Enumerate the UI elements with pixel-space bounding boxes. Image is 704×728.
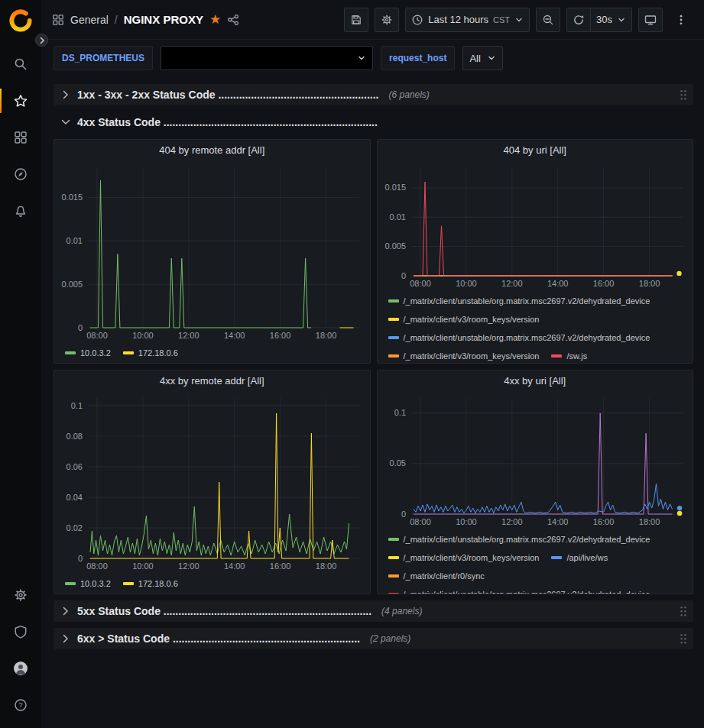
chevron-right-icon bbox=[60, 605, 72, 617]
legend-item[interactable]: 10.0.3.2 bbox=[65, 577, 111, 590]
legend-item[interactable]: /api/live/ws bbox=[551, 551, 608, 565]
svg-text:08:00: 08:00 bbox=[86, 561, 108, 571]
sidebar-item-profile[interactable] bbox=[0, 650, 41, 687]
svg-text:14:00: 14:00 bbox=[224, 561, 245, 571]
panel-title[interactable]: 404 by uri [All] bbox=[378, 140, 693, 160]
tv-mode-button[interactable] bbox=[638, 8, 663, 32]
legend-swatch bbox=[388, 556, 399, 559]
chart-canvas[interactable]: 08:0010:0012:0014:0016:0018:0000.050.1 bbox=[378, 390, 693, 528]
svg-text:08:00: 08:00 bbox=[410, 517, 431, 526]
legend-item[interactable]: /_matrix/client/v3/room_keys/version bbox=[388, 551, 540, 565]
legend-label: /sw.js bbox=[566, 349, 587, 363]
refresh-interval-dropdown[interactable]: 30s bbox=[591, 8, 632, 32]
sidebar-item-help[interactable]: ? bbox=[0, 687, 41, 723]
row-drag-handle[interactable] bbox=[680, 606, 687, 617]
search-icon bbox=[14, 57, 28, 71]
sidebar-item-server-admin[interactable] bbox=[0, 613, 41, 650]
row-title: 1xx - 3xx - 2xx Status Code ............… bbox=[77, 89, 378, 101]
sidebar-item-dashboards[interactable] bbox=[0, 119, 41, 156]
legend-swatch bbox=[65, 582, 76, 585]
refresh-button[interactable] bbox=[566, 8, 591, 32]
timezone-label: CST bbox=[493, 15, 510, 24]
chart-legend: /_matrix/client/unstable/org.matrix.msc2… bbox=[378, 290, 693, 363]
time-range-picker[interactable]: Last 12 hours CST bbox=[405, 8, 530, 32]
zoom-out-button[interactable] bbox=[536, 8, 560, 32]
drag-dots-icon bbox=[680, 89, 687, 101]
legend-item[interactable]: 172.18.0.6 bbox=[123, 577, 178, 590]
breadcrumb-separator: / bbox=[115, 14, 118, 26]
legend-item[interactable]: /_matrix/client/unstable/org.matrix.msc2… bbox=[388, 532, 650, 546]
svg-text:0.06: 0.06 bbox=[67, 462, 83, 471]
request-host-select[interactable]: All bbox=[462, 46, 502, 70]
legend-item[interactable]: /sw.js bbox=[551, 349, 587, 363]
legend-item[interactable]: /_matrix/client/v3/room_keys/version bbox=[388, 349, 540, 363]
save-dashboard-button[interactable] bbox=[344, 8, 368, 32]
dashboard-title[interactable]: NGINX PROXY bbox=[124, 13, 203, 26]
dashboards-grid-icon bbox=[14, 131, 28, 144]
row-5xx[interactable]: 5xx Status Code ........................… bbox=[54, 600, 693, 622]
variable-label-ds-prometheus[interactable]: DS_PROMETHEUS bbox=[54, 46, 153, 70]
datasource-select[interactable] bbox=[161, 46, 373, 70]
row-4xx[interactable]: 4xx Status Code ........................… bbox=[54, 112, 693, 133]
legend-label: /_matrix/client/v3/room_keys/version bbox=[404, 349, 540, 363]
sidebar-item-configuration[interactable] bbox=[0, 577, 41, 613]
row-title: 5xx Status Code ........................… bbox=[77, 605, 371, 617]
row-title: 6xx > Status Code ......................… bbox=[77, 633, 360, 645]
sidebar-item-explore[interactable] bbox=[0, 156, 41, 193]
chevron-down-icon bbox=[60, 116, 72, 128]
row-1xx-3xx-2xx[interactable]: 1xx - 3xx - 2xx Status Code ............… bbox=[54, 84, 693, 105]
legend-label: /_matrix/client/unstable/org.matrix.msc2… bbox=[404, 294, 650, 308]
svg-text:0.1: 0.1 bbox=[71, 401, 83, 410]
variable-label-request-host[interactable]: request_host bbox=[381, 46, 455, 70]
sidebar: ? bbox=[0, 0, 41, 728]
svg-text:14:00: 14:00 bbox=[224, 331, 245, 340]
refresh-icon bbox=[573, 14, 585, 26]
legend-item[interactable]: /_matrix/client/unstable/org.matrix.msc2… bbox=[388, 294, 650, 308]
dashboard-content: 1xx - 3xx - 2xx Status Code ............… bbox=[41, 76, 704, 728]
sidebar-expand-button[interactable] bbox=[35, 34, 48, 47]
chart-canvas[interactable]: 08:0010:0012:0014:0016:0018:0000.0050.01… bbox=[54, 160, 370, 341]
panel-title[interactable]: 4xx by uri [All] bbox=[378, 370, 693, 390]
compass-icon bbox=[14, 167, 28, 181]
legend-swatch bbox=[388, 336, 399, 339]
shield-icon bbox=[14, 625, 28, 639]
user-avatar bbox=[13, 661, 28, 676]
chart-canvas[interactable]: 08:0010:0012:0014:0016:0018:0000.020.040… bbox=[54, 390, 370, 572]
dashboard-variables: DS_PROMETHEUS request_host All bbox=[41, 40, 704, 76]
svg-text:16:00: 16:00 bbox=[592, 517, 614, 526]
row-drag-handle[interactable] bbox=[680, 89, 687, 101]
help-question-icon: ? bbox=[14, 698, 28, 712]
favorite-star-icon[interactable]: ★ bbox=[209, 13, 221, 26]
dashboard-settings-button[interactable] bbox=[375, 8, 399, 32]
legend-label: /_matrix/client/r0/sync bbox=[404, 569, 485, 583]
panel-4xx-by-uri: 4xx by uri [All] 08:0010:0012:0014:0016:… bbox=[377, 370, 694, 594]
more-options-button[interactable] bbox=[669, 8, 693, 32]
legend-item[interactable]: /_matrix/client/r0/sync bbox=[388, 569, 485, 583]
legend-item[interactable]: /_matrix/client/unstable/org.matrix.msc2… bbox=[388, 331, 650, 345]
svg-text:0: 0 bbox=[401, 271, 405, 280]
share-icon[interactable] bbox=[227, 14, 239, 26]
chart-canvas[interactable]: 08:0010:0012:0014:0016:0018:0000.0050.01… bbox=[378, 160, 693, 290]
panel-title[interactable]: 404 by remote addr [All] bbox=[54, 140, 370, 160]
legend-item[interactable]: /_matrix/client/v3/room_keys/version bbox=[388, 312, 540, 326]
row-drag-handle[interactable] bbox=[680, 633, 687, 645]
svg-text:0.08: 0.08 bbox=[67, 432, 83, 441]
row-6xx[interactable]: 6xx > Status Code ......................… bbox=[54, 628, 693, 649]
legend-item[interactable]: 172.18.0.6 bbox=[123, 346, 178, 360]
breadcrumb-folder[interactable]: General bbox=[70, 14, 109, 26]
sidebar-item-search[interactable] bbox=[0, 46, 41, 83]
legend-item[interactable]: /_matrix/client/unstable/org.matrix.msc2… bbox=[388, 587, 650, 594]
panel-title[interactable]: 4xx by remote addr [All] bbox=[54, 370, 370, 390]
sidebar-item-starred[interactable] bbox=[0, 83, 41, 119]
svg-text:0.015: 0.015 bbox=[61, 193, 83, 202]
svg-text:0: 0 bbox=[401, 510, 405, 519]
svg-text:18:00: 18:00 bbox=[316, 561, 337, 571]
grafana-logo-icon[interactable] bbox=[8, 8, 34, 34]
svg-text:12:00: 12:00 bbox=[501, 517, 523, 526]
main-area: General / NGINX PROXY ★ bbox=[41, 0, 704, 728]
svg-text:10:00: 10:00 bbox=[132, 331, 154, 340]
legend-label: /_matrix/client/v3/room_keys/version bbox=[404, 551, 540, 565]
kebab-menu-icon bbox=[675, 14, 687, 26]
sidebar-item-alerting[interactable] bbox=[0, 193, 41, 229]
legend-item[interactable]: 10.0.3.2 bbox=[65, 346, 111, 360]
